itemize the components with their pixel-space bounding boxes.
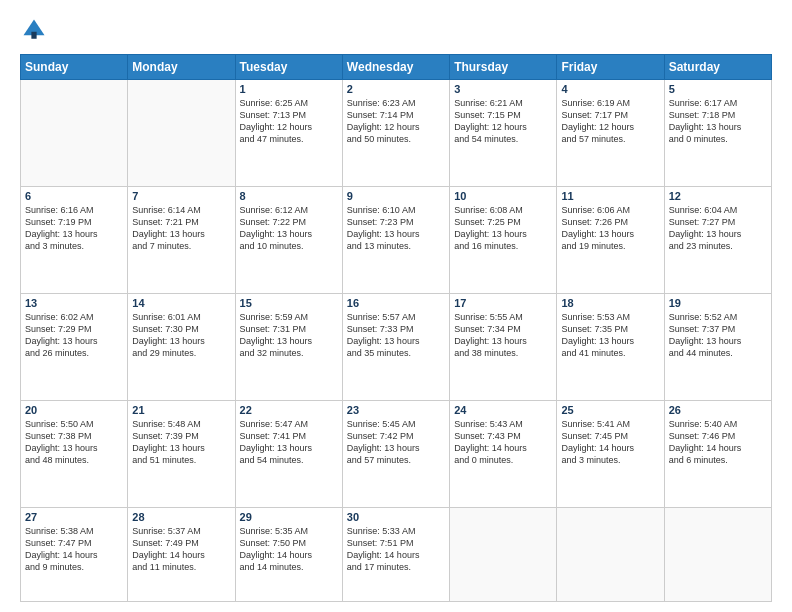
calendar-cell: 12Sunrise: 6:04 AM Sunset: 7:27 PM Dayli… bbox=[664, 187, 771, 294]
day-header-friday: Friday bbox=[557, 55, 664, 80]
day-content: Sunrise: 6:10 AM Sunset: 7:23 PM Dayligh… bbox=[347, 204, 445, 253]
day-content: Sunrise: 5:43 AM Sunset: 7:43 PM Dayligh… bbox=[454, 418, 552, 467]
day-number: 11 bbox=[561, 190, 659, 202]
day-content: Sunrise: 5:57 AM Sunset: 7:33 PM Dayligh… bbox=[347, 311, 445, 360]
calendar-cell: 22Sunrise: 5:47 AM Sunset: 7:41 PM Dayli… bbox=[235, 401, 342, 508]
logo bbox=[20, 16, 52, 44]
calendar-cell: 1Sunrise: 6:25 AM Sunset: 7:13 PM Daylig… bbox=[235, 80, 342, 187]
day-header-tuesday: Tuesday bbox=[235, 55, 342, 80]
day-number: 17 bbox=[454, 297, 552, 309]
calendar-cell bbox=[21, 80, 128, 187]
week-row-4: 20Sunrise: 5:50 AM Sunset: 7:38 PM Dayli… bbox=[21, 401, 772, 508]
svg-rect-1 bbox=[31, 32, 36, 39]
calendar-cell: 29Sunrise: 5:35 AM Sunset: 7:50 PM Dayli… bbox=[235, 508, 342, 602]
day-content: Sunrise: 6:06 AM Sunset: 7:26 PM Dayligh… bbox=[561, 204, 659, 253]
week-row-2: 6Sunrise: 6:16 AM Sunset: 7:19 PM Daylig… bbox=[21, 187, 772, 294]
day-number: 9 bbox=[347, 190, 445, 202]
day-content: Sunrise: 6:16 AM Sunset: 7:19 PM Dayligh… bbox=[25, 204, 123, 253]
calendar-cell: 4Sunrise: 6:19 AM Sunset: 7:17 PM Daylig… bbox=[557, 80, 664, 187]
day-number: 25 bbox=[561, 404, 659, 416]
day-content: Sunrise: 6:21 AM Sunset: 7:15 PM Dayligh… bbox=[454, 97, 552, 146]
calendar-cell: 6Sunrise: 6:16 AM Sunset: 7:19 PM Daylig… bbox=[21, 187, 128, 294]
day-number: 4 bbox=[561, 83, 659, 95]
day-number: 18 bbox=[561, 297, 659, 309]
calendar-cell: 15Sunrise: 5:59 AM Sunset: 7:31 PM Dayli… bbox=[235, 294, 342, 401]
day-number: 13 bbox=[25, 297, 123, 309]
calendar-cell: 13Sunrise: 6:02 AM Sunset: 7:29 PM Dayli… bbox=[21, 294, 128, 401]
day-content: Sunrise: 6:08 AM Sunset: 7:25 PM Dayligh… bbox=[454, 204, 552, 253]
day-number: 8 bbox=[240, 190, 338, 202]
header bbox=[20, 16, 772, 44]
day-number: 10 bbox=[454, 190, 552, 202]
day-number: 15 bbox=[240, 297, 338, 309]
calendar-cell: 30Sunrise: 5:33 AM Sunset: 7:51 PM Dayli… bbox=[342, 508, 449, 602]
calendar-cell: 25Sunrise: 5:41 AM Sunset: 7:45 PM Dayli… bbox=[557, 401, 664, 508]
calendar-cell: 17Sunrise: 5:55 AM Sunset: 7:34 PM Dayli… bbox=[450, 294, 557, 401]
day-content: Sunrise: 6:19 AM Sunset: 7:17 PM Dayligh… bbox=[561, 97, 659, 146]
header-row: SundayMondayTuesdayWednesdayThursdayFrid… bbox=[21, 55, 772, 80]
week-row-1: 1Sunrise: 6:25 AM Sunset: 7:13 PM Daylig… bbox=[21, 80, 772, 187]
day-content: Sunrise: 5:38 AM Sunset: 7:47 PM Dayligh… bbox=[25, 525, 123, 574]
calendar-cell: 11Sunrise: 6:06 AM Sunset: 7:26 PM Dayli… bbox=[557, 187, 664, 294]
calendar-cell: 9Sunrise: 6:10 AM Sunset: 7:23 PM Daylig… bbox=[342, 187, 449, 294]
day-number: 28 bbox=[132, 511, 230, 523]
day-content: Sunrise: 6:17 AM Sunset: 7:18 PM Dayligh… bbox=[669, 97, 767, 146]
day-content: Sunrise: 5:41 AM Sunset: 7:45 PM Dayligh… bbox=[561, 418, 659, 467]
day-number: 20 bbox=[25, 404, 123, 416]
calendar-cell: 24Sunrise: 5:43 AM Sunset: 7:43 PM Dayli… bbox=[450, 401, 557, 508]
day-content: Sunrise: 6:14 AM Sunset: 7:21 PM Dayligh… bbox=[132, 204, 230, 253]
calendar-cell bbox=[450, 508, 557, 602]
day-content: Sunrise: 5:35 AM Sunset: 7:50 PM Dayligh… bbox=[240, 525, 338, 574]
day-number: 7 bbox=[132, 190, 230, 202]
day-content: Sunrise: 5:50 AM Sunset: 7:38 PM Dayligh… bbox=[25, 418, 123, 467]
calendar-cell: 14Sunrise: 6:01 AM Sunset: 7:30 PM Dayli… bbox=[128, 294, 235, 401]
day-number: 5 bbox=[669, 83, 767, 95]
day-number: 12 bbox=[669, 190, 767, 202]
page: SundayMondayTuesdayWednesdayThursdayFrid… bbox=[0, 0, 792, 612]
calendar-cell: 28Sunrise: 5:37 AM Sunset: 7:49 PM Dayli… bbox=[128, 508, 235, 602]
day-content: Sunrise: 5:55 AM Sunset: 7:34 PM Dayligh… bbox=[454, 311, 552, 360]
calendar-cell: 18Sunrise: 5:53 AM Sunset: 7:35 PM Dayli… bbox=[557, 294, 664, 401]
day-number: 2 bbox=[347, 83, 445, 95]
day-header-monday: Monday bbox=[128, 55, 235, 80]
logo-icon bbox=[20, 16, 48, 44]
day-number: 19 bbox=[669, 297, 767, 309]
day-number: 16 bbox=[347, 297, 445, 309]
day-content: Sunrise: 5:40 AM Sunset: 7:46 PM Dayligh… bbox=[669, 418, 767, 467]
day-number: 6 bbox=[25, 190, 123, 202]
day-number: 22 bbox=[240, 404, 338, 416]
day-content: Sunrise: 5:59 AM Sunset: 7:31 PM Dayligh… bbox=[240, 311, 338, 360]
calendar-cell: 19Sunrise: 5:52 AM Sunset: 7:37 PM Dayli… bbox=[664, 294, 771, 401]
calendar-table: SundayMondayTuesdayWednesdayThursdayFrid… bbox=[20, 54, 772, 602]
calendar-cell: 23Sunrise: 5:45 AM Sunset: 7:42 PM Dayli… bbox=[342, 401, 449, 508]
week-row-5: 27Sunrise: 5:38 AM Sunset: 7:47 PM Dayli… bbox=[21, 508, 772, 602]
day-number: 14 bbox=[132, 297, 230, 309]
calendar-cell: 16Sunrise: 5:57 AM Sunset: 7:33 PM Dayli… bbox=[342, 294, 449, 401]
calendar-cell: 20Sunrise: 5:50 AM Sunset: 7:38 PM Dayli… bbox=[21, 401, 128, 508]
day-number: 27 bbox=[25, 511, 123, 523]
calendar-cell: 8Sunrise: 6:12 AM Sunset: 7:22 PM Daylig… bbox=[235, 187, 342, 294]
calendar-cell: 7Sunrise: 6:14 AM Sunset: 7:21 PM Daylig… bbox=[128, 187, 235, 294]
day-content: Sunrise: 5:48 AM Sunset: 7:39 PM Dayligh… bbox=[132, 418, 230, 467]
day-number: 24 bbox=[454, 404, 552, 416]
day-content: Sunrise: 6:01 AM Sunset: 7:30 PM Dayligh… bbox=[132, 311, 230, 360]
calendar-cell bbox=[557, 508, 664, 602]
calendar-cell: 27Sunrise: 5:38 AM Sunset: 7:47 PM Dayli… bbox=[21, 508, 128, 602]
day-header-thursday: Thursday bbox=[450, 55, 557, 80]
day-number: 26 bbox=[669, 404, 767, 416]
week-row-3: 13Sunrise: 6:02 AM Sunset: 7:29 PM Dayli… bbox=[21, 294, 772, 401]
calendar-cell: 10Sunrise: 6:08 AM Sunset: 7:25 PM Dayli… bbox=[450, 187, 557, 294]
day-content: Sunrise: 5:33 AM Sunset: 7:51 PM Dayligh… bbox=[347, 525, 445, 574]
calendar-cell: 2Sunrise: 6:23 AM Sunset: 7:14 PM Daylig… bbox=[342, 80, 449, 187]
calendar-cell: 5Sunrise: 6:17 AM Sunset: 7:18 PM Daylig… bbox=[664, 80, 771, 187]
day-number: 3 bbox=[454, 83, 552, 95]
day-content: Sunrise: 6:25 AM Sunset: 7:13 PM Dayligh… bbox=[240, 97, 338, 146]
day-number: 30 bbox=[347, 511, 445, 523]
day-number: 29 bbox=[240, 511, 338, 523]
day-content: Sunrise: 5:52 AM Sunset: 7:37 PM Dayligh… bbox=[669, 311, 767, 360]
day-content: Sunrise: 6:04 AM Sunset: 7:27 PM Dayligh… bbox=[669, 204, 767, 253]
day-content: Sunrise: 5:45 AM Sunset: 7:42 PM Dayligh… bbox=[347, 418, 445, 467]
day-header-wednesday: Wednesday bbox=[342, 55, 449, 80]
day-number: 1 bbox=[240, 83, 338, 95]
day-number: 21 bbox=[132, 404, 230, 416]
